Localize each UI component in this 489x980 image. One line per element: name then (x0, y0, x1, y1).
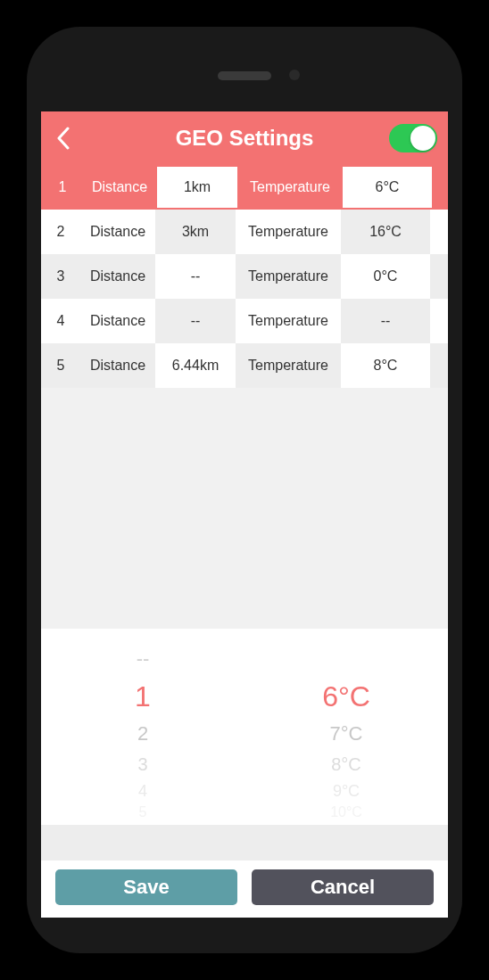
temperature-label: Temperature (236, 268, 341, 284)
header-bar: GEO Settings (41, 111, 448, 165)
page-title: GEO Settings (41, 126, 448, 151)
row-number: 3 (41, 268, 80, 284)
table-row[interactable]: 2 Distance 3km Temperature 16°C (41, 210, 448, 254)
table-row[interactable]: 1 Distance 1km Temperature 6°C (41, 165, 448, 210)
temperature-label: Temperature (236, 224, 341, 240)
temperature-value[interactable]: 0°C (341, 254, 430, 299)
picker-item[interactable]: 4 (138, 778, 147, 803)
phone-camera (289, 70, 300, 80)
picker-item[interactable]: 2 (137, 718, 148, 750)
back-button[interactable] (41, 111, 86, 165)
spacer (41, 825, 448, 861)
distance-label: Distance (80, 358, 155, 374)
picker-item[interactable]: 8°C (331, 750, 361, 778)
temperature-picker-column[interactable]: 6°C 7°C 8°C 9°C 10°C (244, 629, 448, 825)
chevron-left-icon (56, 127, 70, 150)
temperature-label: Temperature (236, 358, 341, 374)
button-bar: Save Cancel (41, 861, 448, 918)
rules-table: 1 Distance 1km Temperature 6°C 2 Distanc… (41, 165, 448, 388)
distance-value[interactable]: -- (155, 254, 236, 299)
picker-item[interactable]: 5 (139, 803, 147, 821)
temperature-value[interactable]: 6°C (343, 167, 432, 208)
temperature-label: Temperature (236, 313, 341, 329)
temperature-label: Temperature (237, 179, 343, 195)
picker-item[interactable]: -- (137, 643, 150, 675)
row-number: 5 (41, 358, 80, 374)
picker-item[interactable]: 9°C (333, 778, 360, 803)
phone-speaker (218, 71, 271, 80)
empty-area (41, 388, 448, 629)
table-row[interactable]: 5 Distance 6.44km Temperature 8°C (41, 343, 448, 388)
picker-item[interactable]: 10°C (330, 803, 362, 821)
distance-label: Distance (80, 268, 155, 284)
temperature-value[interactable]: 8°C (341, 343, 430, 388)
distance-value[interactable]: 6.44km (155, 343, 236, 388)
row-number: 4 (41, 313, 80, 329)
value-picker: -- 1 2 3 4 5 6°C 7°C 8°C 9°C 10°C (41, 629, 448, 825)
row-number: 2 (41, 224, 80, 240)
phone-frame: GEO Settings 1 Distance 1km Temperature … (27, 27, 462, 953)
picker-item[interactable]: 7°C (330, 718, 363, 750)
picker-item-selected[interactable]: 6°C (322, 675, 370, 718)
save-button[interactable]: Save (55, 869, 237, 905)
picker-item-selected[interactable]: 1 (135, 675, 151, 718)
distance-label: Distance (82, 179, 157, 195)
app-screen: GEO Settings 1 Distance 1km Temperature … (41, 111, 448, 918)
row-number: 1 (43, 179, 82, 195)
temperature-value[interactable]: 16°C (341, 210, 430, 254)
picker-item[interactable]: 3 (137, 750, 147, 778)
table-row[interactable]: 3 Distance -- Temperature 0°C (41, 254, 448, 299)
distance-value[interactable]: 3km (155, 210, 236, 254)
toggle-knob (410, 126, 435, 151)
temperature-value[interactable]: -- (341, 299, 430, 343)
geo-toggle[interactable] (389, 124, 437, 152)
distance-picker-column[interactable]: -- 1 2 3 4 5 (41, 629, 244, 825)
distance-value[interactable]: 1km (157, 167, 237, 208)
cancel-button[interactable]: Cancel (252, 869, 434, 905)
distance-value[interactable]: -- (155, 299, 236, 343)
distance-label: Distance (80, 313, 155, 329)
table-row[interactable]: 4 Distance -- Temperature -- (41, 299, 448, 343)
distance-label: Distance (80, 224, 155, 240)
